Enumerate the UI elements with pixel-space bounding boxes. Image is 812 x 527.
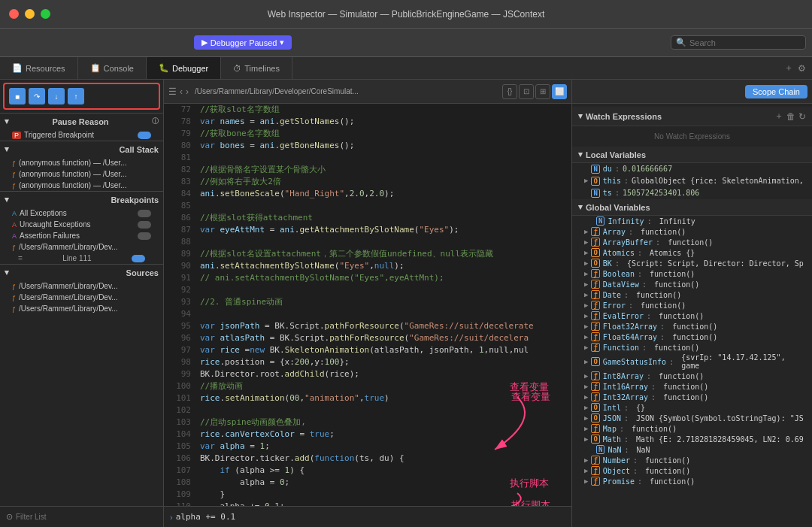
this-expander[interactable]: ▶ bbox=[584, 177, 588, 184]
object-expander[interactable]: ▶ bbox=[584, 467, 588, 474]
gvar-intl[interactable]: ▶ O Intl : {} bbox=[572, 402, 812, 413]
pause-reason-header[interactable]: ▾ Pause Reason ⓘ bbox=[0, 113, 163, 129]
scope-chain-button[interactable]: Scope Chain bbox=[745, 85, 807, 98]
call-stack-item-2[interactable]: ƒ (anonymous function) — /User... bbox=[0, 180, 163, 191]
search-input[interactable] bbox=[689, 38, 801, 47]
boolean-expander[interactable]: ▶ bbox=[584, 270, 588, 277]
gvar-infinity[interactable]: N Infinity : Infinity bbox=[572, 216, 812, 226]
error-expander[interactable]: ▶ bbox=[584, 301, 588, 309]
tab-console[interactable]: 📋 Console bbox=[78, 57, 147, 79]
gvar-json[interactable]: ▶ O JSON : JSON {Symbol(Symbol.toStringT… bbox=[572, 413, 812, 423]
watch-expressions-header[interactable]: ▾ Watch Expressions ＋ 🗑 ↻ bbox=[572, 107, 812, 126]
gvar-bk[interactable]: ▶ O BK : {Script: Script, Director: Dire… bbox=[572, 258, 812, 268]
gvar-object[interactable]: ▶ ƒ Object : function() bbox=[572, 465, 812, 476]
gvar-evalerror[interactable]: ▶ ƒ EvalError : function() bbox=[572, 310, 812, 321]
tab-settings-button[interactable]: ⚙ bbox=[798, 63, 806, 74]
gvar-math[interactable]: ▶ O Math : Math {E: 2.718281828459045, L… bbox=[572, 434, 812, 444]
global-variables-header[interactable]: ▾ Global Variables bbox=[572, 199, 812, 216]
gvar-dataview[interactable]: ▶ ƒ DataView : function() bbox=[572, 279, 812, 289]
promise-expander[interactable]: ▶ bbox=[584, 477, 588, 485]
console-input[interactable] bbox=[176, 512, 565, 522]
line-111-toggle[interactable] bbox=[132, 255, 145, 262]
json-expander[interactable]: ▶ bbox=[584, 414, 588, 422]
tab-debugger[interactable]: 🐛 Debugger bbox=[147, 57, 221, 79]
refresh-watch-button[interactable]: ↻ bbox=[798, 110, 806, 123]
pause-toggle[interactable] bbox=[138, 132, 151, 139]
int8-expander[interactable]: ▶ bbox=[584, 372, 588, 380]
bk-expander[interactable]: ▶ bbox=[584, 259, 588, 267]
debugger-paused-button[interactable]: ▶ Debugger Paused ▾ bbox=[194, 35, 292, 50]
gvar-function[interactable]: ▶ ƒ Function : function() bbox=[572, 342, 812, 353]
function-expander[interactable]: ▶ bbox=[584, 344, 588, 351]
filter-input[interactable] bbox=[16, 513, 157, 521]
gvar-array[interactable]: ▶ ƒ Array : function() bbox=[572, 226, 812, 237]
step-over-button[interactable]: ↷ bbox=[29, 88, 45, 104]
breakpoint-all-exceptions[interactable]: A All Exceptions bbox=[0, 207, 163, 219]
pause-button[interactable]: ■ bbox=[9, 88, 26, 104]
gvar-number[interactable]: ▶ ƒ Number : function() bbox=[572, 455, 812, 465]
view-btn-3[interactable]: ⊞ bbox=[535, 84, 550, 99]
gvar-map[interactable]: ▶ ƒ Map : function() bbox=[572, 423, 812, 434]
int16-expander[interactable]: ▶ bbox=[584, 383, 588, 390]
source-item-2[interactable]: ƒ /Users/Rammer/Library/Dev... bbox=[0, 303, 163, 314]
assertion-failures-toggle[interactable] bbox=[138, 232, 151, 240]
int32-expander[interactable]: ▶ bbox=[584, 393, 588, 401]
step-into-button[interactable]: ↓ bbox=[48, 88, 65, 104]
gsi-expander[interactable]: ▶ bbox=[584, 358, 588, 365]
atomics-expander[interactable]: ▶ bbox=[584, 249, 588, 256]
local-variables-header[interactable]: ▾ Local Variables bbox=[572, 147, 812, 163]
add-watch-button[interactable]: ＋ bbox=[774, 110, 783, 123]
evalerror-expander[interactable]: ▶ bbox=[584, 312, 588, 320]
gvar-error[interactable]: ▶ ƒ Error : function() bbox=[572, 300, 812, 310]
breakpoint-line-111[interactable]: = Line 111 bbox=[0, 253, 163, 264]
gvar-atomics[interactable]: ▶ O Atomics : Atomics {} bbox=[572, 247, 812, 258]
close-button[interactable] bbox=[9, 9, 19, 19]
date-expander[interactable]: ▶ bbox=[584, 291, 588, 298]
breakpoint-assertion-failures[interactable]: A Assertion Failures bbox=[0, 230, 163, 241]
source-item-1[interactable]: ƒ /Users/Rammer/Library/Dev... bbox=[0, 292, 163, 303]
gvar-float32array[interactable]: ▶ ƒ Float32Array : function() bbox=[572, 321, 812, 332]
call-stack-item-0[interactable]: ƒ (anonymous function) — /User... bbox=[0, 157, 163, 168]
view-btn-4[interactable]: ⬜ bbox=[552, 84, 567, 99]
call-stack-header[interactable]: ▾ Call Stack bbox=[0, 141, 163, 157]
gvar-arraybuffer[interactable]: ▶ ƒ ArrayBuffer : function() bbox=[572, 237, 812, 247]
breakpoint-file[interactable]: ƒ /Users/Rammer/Library/Dev... bbox=[0, 241, 163, 253]
tab-resources[interactable]: 📄 Resources bbox=[0, 57, 78, 79]
gvar-int16array[interactable]: ▶ ƒ Int16Array : function() bbox=[572, 381, 812, 392]
breakpoint-uncaught-exceptions[interactable]: A Uncaught Exceptions bbox=[0, 219, 163, 230]
math-expander[interactable]: ▶ bbox=[584, 435, 588, 443]
arraybuffer-expander[interactable]: ▶ bbox=[584, 238, 588, 246]
source-item-0[interactable]: ƒ /Users/Rammer/Library/Dev... bbox=[0, 280, 163, 292]
gvar-promise[interactable]: ▶ ƒ Promise : function() bbox=[572, 476, 812, 486]
uncaught-exceptions-toggle[interactable] bbox=[138, 221, 151, 229]
map-expander[interactable]: ▶ bbox=[584, 425, 588, 432]
minimize-button[interactable] bbox=[25, 9, 35, 19]
add-tab-button[interactable]: ＋ bbox=[784, 62, 793, 74]
float64-expander[interactable]: ▶ bbox=[584, 333, 588, 341]
dataview-expander[interactable]: ▶ bbox=[584, 280, 588, 288]
intl-expander[interactable]: ▶ bbox=[584, 404, 588, 411]
gvar-int32array[interactable]: ▶ ƒ Int32Array : function() bbox=[572, 392, 812, 402]
breakpoints-header[interactable]: ▾ Breakpoints bbox=[0, 191, 163, 207]
gvar-int8array[interactable]: ▶ ƒ Int8Array : function() bbox=[572, 371, 812, 381]
gvar-date[interactable]: ▶ ƒ Date : function() bbox=[572, 289, 812, 300]
all-exceptions-toggle[interactable] bbox=[138, 210, 151, 217]
float32-expander[interactable]: ▶ bbox=[584, 323, 588, 330]
forward-button[interactable]: › bbox=[186, 86, 189, 97]
array-expander[interactable]: ▶ bbox=[584, 228, 588, 235]
view-btn-2[interactable]: ⊡ bbox=[519, 84, 534, 99]
maximize-button[interactable] bbox=[41, 9, 50, 19]
step-out-button[interactable]: ↑ bbox=[68, 88, 84, 104]
gvar-boolean[interactable]: ▶ ƒ Boolean : function() bbox=[572, 268, 812, 279]
back-button[interactable]: ‹ bbox=[180, 86, 183, 97]
sources-header[interactable]: ▾ Sources bbox=[0, 264, 163, 280]
gvar-gamestatusinfo[interactable]: ▶ O GameStatusInfo : {svrIp: "14.17.42.1… bbox=[572, 353, 812, 371]
view-btn-1[interactable]: {} bbox=[502, 84, 517, 99]
call-stack-item-1[interactable]: ƒ (anonymous function) — /User... bbox=[0, 168, 163, 180]
number-expander[interactable]: ▶ bbox=[584, 456, 588, 464]
gvar-float64array[interactable]: ▶ ƒ Float64Array : function() bbox=[572, 332, 812, 342]
remove-watch-button[interactable]: 🗑 bbox=[786, 110, 795, 123]
gvar-nan[interactable]: N NaN : NaN bbox=[572, 444, 812, 455]
tab-timelines[interactable]: ⏱ Timelines bbox=[221, 57, 292, 79]
sidebar-toggle-button[interactable]: ☰ bbox=[168, 86, 177, 97]
